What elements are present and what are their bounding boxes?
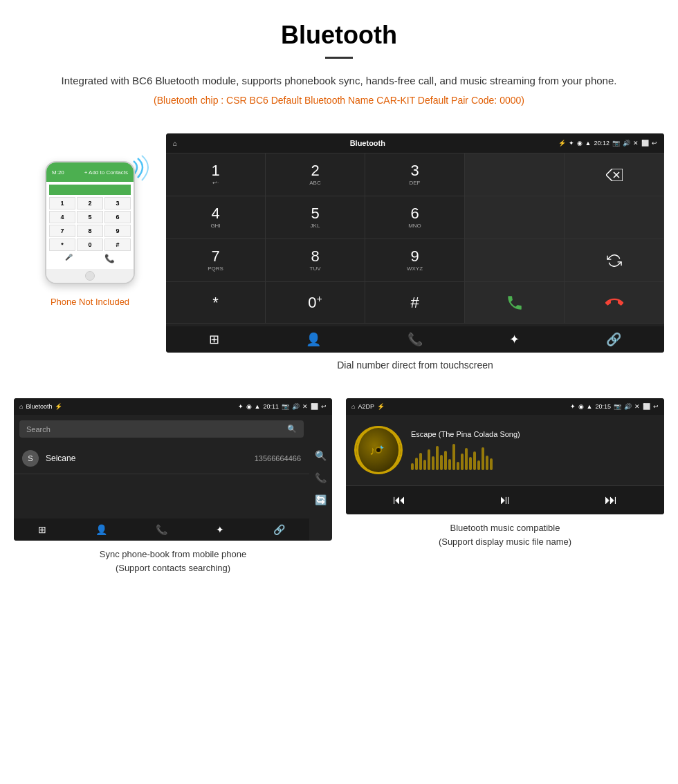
music-back-icon: ↩	[653, 403, 659, 410]
music-forward-icon[interactable]: ⏭	[605, 493, 617, 507]
waveform-bar	[486, 456, 488, 470]
pb-signal-icon: ▲	[255, 403, 261, 410]
dial-backspace[interactable]	[565, 153, 664, 196]
phone-key-6: 6	[104, 211, 131, 223]
phonebook-search[interactable]: Search 🔍	[19, 420, 304, 438]
camera-icon: 📷	[612, 140, 620, 147]
phonebook-screen: ⌂ Bluetooth ⚡ ✦ ◉ ▲ 20:11 📷 🔊 ✕ ⬜ ↩	[14, 398, 332, 541]
waveform-bar	[419, 453, 422, 470]
pb-right-refresh-icon[interactable]: 🔄	[315, 494, 327, 505]
dial-key-hash[interactable]: #	[365, 282, 465, 324]
phone-key-9: 9	[104, 225, 131, 237]
pb-nav-person-icon[interactable]: 👤	[95, 524, 107, 535]
dial-empty-2	[465, 196, 565, 239]
title-divider	[325, 57, 353, 59]
waveform-bar	[436, 446, 439, 470]
dial-key-2[interactable]: 2 ABC	[266, 153, 365, 196]
phone-home-button	[85, 271, 95, 281]
phone-icon[interactable]: 📞	[407, 332, 423, 347]
music-caption: Bluetooth music compatible (Support disp…	[439, 521, 571, 548]
page-title: Bluetooth	[42, 21, 636, 50]
dial-key-5[interactable]: 5 JKL	[266, 196, 365, 239]
signal-icon: ▲	[585, 140, 592, 147]
waveform-bar	[473, 451, 476, 470]
pb-nav-link-icon[interactable]: 🔗	[273, 524, 285, 535]
contacts-icon[interactable]: 👤	[306, 332, 321, 347]
dial-key-3[interactable]: 3 DEF	[365, 153, 465, 196]
phone-section: ✦ M:20 + Add to Contacts 1 2	[14, 133, 166, 307]
call-red-icon	[605, 294, 623, 312]
pb-nav-bt-icon[interactable]: ✦	[216, 524, 224, 535]
phone-container: ✦ M:20 + Add to Contacts 1 2	[45, 161, 135, 284]
pb-statusbar-left: ⌂ Bluetooth ⚡	[19, 403, 62, 410]
phonebook-contact[interactable]: S Seicane 13566664466	[14, 443, 309, 474]
dial-key-9[interactable]: 9 WXYZ	[365, 239, 465, 282]
phone-key-7: 7	[49, 225, 75, 237]
pb-home-icon: ⌂	[19, 403, 23, 410]
phone-key-8: 8	[77, 225, 103, 237]
phonebook-right-icons: 🔍 📞 🔄	[309, 415, 332, 541]
window-icon: ⬜	[641, 140, 649, 147]
search-icon: 🔍	[287, 424, 297, 433]
music-info: Escape (The Pina Colada Song)	[411, 430, 656, 470]
phone-not-included-label: Phone Not Included	[51, 297, 129, 307]
music-signal-icon: ▲	[587, 403, 593, 410]
phonebook-main: Search 🔍 S Seicane 13566664466	[14, 415, 309, 541]
phone-key-5: 5	[77, 211, 103, 223]
dial-call-green[interactable]	[465, 282, 565, 324]
music-win-icon: ⬜	[643, 403, 650, 410]
dial-key-star[interactable]: *	[166, 282, 266, 324]
phone-mock: M:20 + Add to Contacts 1 2 3 4 5 6 7	[45, 161, 135, 284]
pb-back-icon: ↩	[321, 403, 327, 410]
phonebook-statusbar: ⌂ Bluetooth ⚡ ✦ ◉ ▲ 20:11 📷 🔊 ✕ ⬜ ↩	[14, 398, 332, 415]
pb-right-search-icon[interactable]: 🔍	[315, 450, 327, 461]
phone-key-star: *	[49, 239, 75, 251]
dial-key-4[interactable]: 4 GHI	[166, 196, 266, 239]
contact-name: Seicane	[46, 454, 75, 463]
waveform-bar	[461, 454, 464, 470]
phone-key-3: 3	[104, 197, 131, 209]
volume-icon: 🔊	[623, 140, 630, 147]
bluetooth-icon[interactable]: ✦	[509, 332, 520, 347]
pb-right-call-icon[interactable]: 📞	[315, 472, 327, 483]
music-rewind-icon[interactable]: ⏮	[393, 493, 405, 507]
pb-statusbar-right: ✦ ◉ ▲ 20:11 📷 🔊 ✕ ⬜ ↩	[238, 403, 327, 410]
dial-key-6[interactable]: 6 MNO	[365, 196, 465, 239]
page-header: Bluetooth Integrated with BC6 Bluetooth …	[0, 0, 678, 133]
close-icon: ✕	[633, 140, 639, 147]
statusbar-title: Bluetooth	[350, 139, 385, 147]
pb-nav-grid-icon[interactable]: ⊞	[38, 524, 46, 535]
pb-win-icon: ⬜	[311, 403, 318, 410]
music-bt-icon: ✦	[570, 403, 576, 410]
dial-key-8[interactable]: 8 TUV	[266, 239, 365, 282]
dial-key-1[interactable]: 1 ↩·	[166, 153, 266, 196]
dial-call-red[interactable]	[565, 282, 664, 324]
music-song-title: Escape (The Pina Colada Song)	[411, 430, 656, 438]
waveform-bar	[452, 444, 455, 470]
waveform-bar	[457, 462, 459, 470]
link-icon[interactable]: 🔗	[606, 332, 621, 347]
bluetooth-specs: (Bluetooth chip : CSR BC6 Default Blueto…	[42, 95, 636, 106]
pb-nav-phone-icon[interactable]: 📞	[156, 524, 167, 535]
waveform-bar	[469, 457, 472, 470]
music-statusbar-left: ⌂ A2DP ⚡	[351, 403, 385, 410]
dial-key-0[interactable]: 0+	[266, 282, 365, 324]
music-cam-icon: 📷	[614, 403, 621, 410]
music-statusbar: ⌂ A2DP ⚡ ✦ ◉ ▲ 20:15 📷 🔊 ✕ ⬜ ↩	[346, 398, 664, 415]
home-icon: ⌂	[173, 140, 177, 147]
pb-close-icon: ✕	[302, 403, 308, 410]
phonebook-bottom-nav: ⊞ 👤 📞 ✦ 🔗	[14, 519, 309, 541]
phone-key-hash: #	[104, 239, 131, 251]
music-play-pause-icon[interactable]: ⏯	[499, 493, 511, 507]
grid-icon[interactable]: ⊞	[209, 332, 219, 347]
music-area: ♪ ✦ Escape (The Pina Colada Song)	[346, 415, 664, 485]
dial-empty-3	[565, 196, 664, 239]
pb-title: Bluetooth	[26, 403, 52, 410]
dial-display-empty-1	[465, 153, 565, 196]
waveform-bar	[482, 447, 484, 470]
dial-key-7[interactable]: 7 PQRS	[166, 239, 266, 282]
dial-empty-4	[465, 239, 565, 282]
music-usb-icon: ⚡	[377, 403, 385, 410]
waveform-bar	[444, 451, 447, 470]
dial-refresh[interactable]	[565, 239, 664, 282]
